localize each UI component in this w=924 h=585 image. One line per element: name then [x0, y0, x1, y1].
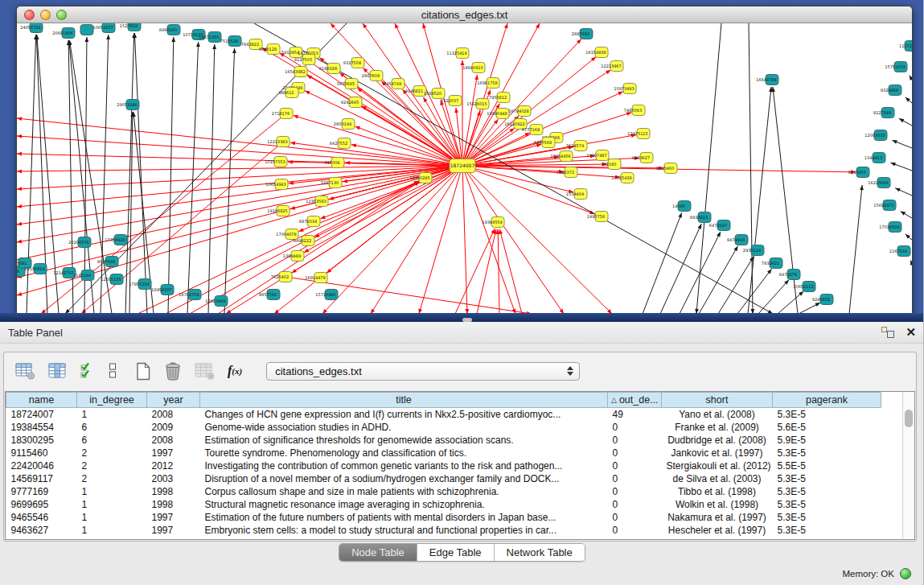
- tab-node-table[interactable]: Node Table: [339, 544, 417, 561]
- graph-node[interactable]: 19384554: [482, 217, 504, 228]
- table-row[interactable]: 946362711997Embryonic stem cells: a mode…: [6, 524, 901, 537]
- graph-node[interactable]: 11325419: [446, 48, 469, 59]
- graph-node[interactable]: 9245652: [812, 295, 833, 305]
- graph-node[interactable]: 16648784: [756, 75, 778, 85]
- graph-node[interactable]: 12142737: [53, 268, 76, 278]
- float-window-icon[interactable]: [881, 327, 894, 338]
- graph-node[interactable]: 1568520: [424, 89, 445, 99]
- show-column-icon[interactable]: [48, 360, 67, 381]
- table-selector-dropdown[interactable]: citations_edges.txt: [266, 362, 580, 381]
- graph-node[interactable]: 9329966: [881, 85, 901, 96]
- graph-node[interactable]: 16794028: [508, 106, 531, 117]
- graph-node[interactable]: 10653257: [92, 23, 115, 33]
- graph-node[interactable]: 989612: [278, 88, 298, 98]
- table-mode-icon[interactable]: [15, 360, 35, 381]
- graph-node[interactable]: 17016504: [879, 222, 901, 233]
- graph-node[interactable]: 29053346: [117, 100, 139, 110]
- splitter-handle[interactable]: [462, 318, 472, 322]
- graph-node[interactable]: 7515526: [220, 36, 241, 47]
- graph-node[interactable]: 8471676: [779, 270, 800, 280]
- table-row[interactable]: 946554611997Estimation of the future num…: [6, 511, 901, 524]
- table-scrollbar-thumb[interactable]: [905, 410, 913, 427]
- graph-node[interactable]: 9463627: [632, 153, 653, 163]
- graph-node[interactable]: 18724007: [450, 159, 475, 173]
- graph-node[interactable]: 16961758: [477, 78, 499, 89]
- graph-node[interactable]: 1145194: [73, 270, 94, 281]
- graph-node[interactable]: 18640910: [462, 63, 485, 73]
- tab-network-table[interactable]: Network Table: [494, 544, 585, 561]
- graph-node[interactable]: 11172: [899, 41, 912, 51]
- graph-node[interactable]: 8427552: [330, 138, 351, 149]
- graph-node[interactable]: 8938923: [690, 212, 711, 223]
- graph-node[interactable]: 7832621: [762, 258, 782, 269]
- graph-node[interactable]: 10654112: [793, 282, 815, 292]
- graph-node[interactable]: 1167534: [889, 246, 910, 257]
- table-row[interactable]: 2242004622012Investigating the contribut…: [6, 459, 901, 472]
- column-header-pagerank[interactable]: pagerank: [773, 393, 881, 408]
- graph-node[interactable]: 317004: [324, 158, 344, 168]
- graph-node[interactable]: 1344413: [864, 153, 885, 163]
- graph-node[interactable]: 16210643: [868, 178, 890, 188]
- table-row[interactable]: 1938455462009Genome-wide association stu…: [6, 421, 901, 434]
- graph-node[interactable]: 15716485: [315, 290, 338, 300]
- graph-node[interactable]: 12093832: [864, 130, 887, 141]
- graph-node[interactable]: 9115460: [656, 163, 677, 174]
- column-header-name[interactable]: name: [6, 393, 77, 408]
- graph-node[interactable]: 24055724: [20, 23, 43, 33]
- graph-node[interactable]: 6479197: [709, 220, 730, 231]
- graph-node[interactable]: 8878334: [299, 216, 320, 227]
- delete-column-icon[interactable]: [164, 360, 182, 381]
- network-graph[interactable]: 2405572420691406106532571527602846616010…: [17, 23, 912, 313]
- graph-node[interactable]: 12505135: [101, 274, 123, 285]
- graph-node[interactable]: 8466160: [159, 25, 180, 35]
- table-row[interactable]: 911546021997Tourette syndrome. Phenomeno…: [6, 447, 901, 459]
- graph-node[interactable]: 1399489: [283, 251, 304, 262]
- memory-status-icon[interactable]: [900, 568, 911, 579]
- graph-node[interactable]: 17359928: [105, 235, 127, 245]
- graph-node[interactable]: 16914479: [305, 273, 327, 283]
- table-row[interactable]: 969969511998Structural magnetic resonanc…: [6, 498, 901, 511]
- graph-node[interactable]: 7955812: [489, 93, 510, 103]
- graph-node[interactable]: 19166825: [267, 206, 290, 216]
- graph-node[interactable]: 16958107: [151, 285, 174, 295]
- graph-node[interactable]: 2718176: [272, 109, 293, 119]
- graph-node[interactable]: 10654943: [265, 179, 288, 190]
- graph-node[interactable]: 10973493: [614, 84, 636, 94]
- graph-node[interactable]: 1527602: [120, 23, 141, 31]
- table-row[interactable]: 1830029562008Estimation of significance …: [6, 434, 901, 447]
- graph-node[interactable]: 16782759: [179, 290, 201, 300]
- graph-node[interactable]: 12353593: [306, 196, 328, 207]
- graph-node[interactable]: 10807487: [586, 150, 609, 161]
- network-canvas[interactable]: 2405572420691406106532571527602846616010…: [17, 23, 912, 313]
- graph-node[interactable]: 2887682: [572, 29, 593, 39]
- graph-node[interactable]: 9227349: [873, 108, 894, 118]
- graph-node[interactable]: 7625402: [271, 272, 292, 282]
- graph-node[interactable]: 8186328: [319, 64, 340, 74]
- graph-node[interactable]: 10107553: [265, 157, 287, 167]
- function-builder-icon[interactable]: f(x): [228, 360, 242, 381]
- column-header-short[interactable]: short: [662, 393, 773, 408]
- column-header-in-degree[interactable]: in_degree: [77, 393, 147, 408]
- graph-node[interactable]: 16543982: [285, 67, 307, 77]
- graph-node[interactable]: 3267130: [321, 178, 342, 188]
- graph-node[interactable]: 20691406: [52, 28, 75, 39]
- graph-node[interactable]: 10025438: [611, 173, 634, 183]
- row-height-icon[interactable]: [108, 360, 117, 381]
- graph-node[interactable]: 8215955: [848, 167, 869, 178]
- column-header-out-de-[interactable]: △out_de...: [608, 393, 662, 408]
- graph-node[interactable]: 12213967: [601, 61, 623, 72]
- table-row[interactable]: 1872400712008Changes of HCN gene express…: [6, 408, 901, 421]
- graph-node[interactable]: 5675685: [337, 79, 358, 89]
- graph-node[interactable]: 2935114: [743, 245, 764, 256]
- table-scrollbar[interactable]: [902, 392, 914, 539]
- graph-node[interactable]: 9242845: [341, 97, 362, 108]
- graph-node[interactable]: 16154838: [585, 47, 608, 58]
- graph-node[interactable]: 17957233: [129, 279, 151, 290]
- graph-node[interactable]: 9474444: [727, 235, 748, 245]
- table-row[interactable]: 977716911998Corpus callosum shape and si…: [6, 485, 901, 498]
- network-window-titlebar[interactable]: citations_edges.txt: [17, 6, 912, 23]
- tab-edge-table[interactable]: Edge Table: [417, 544, 494, 561]
- graph-node[interactable]: [80, 25, 93, 35]
- table-row[interactable]: 1456911722003Disruption of a novel membe…: [6, 472, 901, 485]
- select-all-icon[interactable]: [80, 360, 95, 381]
